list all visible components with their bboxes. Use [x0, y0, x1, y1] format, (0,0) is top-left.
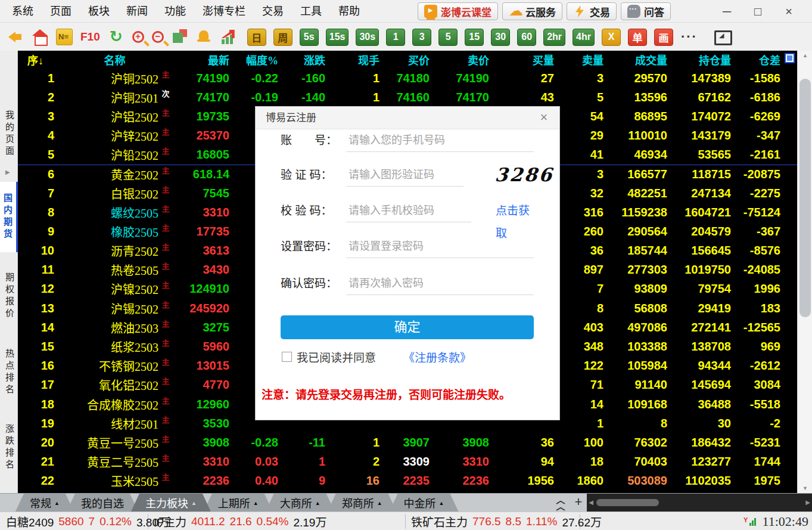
period-button-15[interactable]: 15 [465, 29, 484, 46]
zoom-in-icon[interactable] [132, 31, 144, 43]
collapse-tabs-icon[interactable]: ︿︿ [553, 495, 568, 510]
submit-button[interactable]: 确定 [281, 315, 534, 339]
value-cell: 166577 [606, 168, 670, 181]
text-input[interactable]: 请输入图形验证码 [346, 164, 463, 187]
period-button-单[interactable]: 单 [628, 29, 647, 46]
menu-item[interactable]: 功能 [156, 1, 194, 22]
tab-上期所[interactable]: 上期所▲ [204, 494, 273, 512]
tab-我的自选[interactable]: 我的自选 [67, 494, 138, 512]
scroll-up-icon[interactable]: ▲ [798, 51, 812, 60]
add-tab-icon[interactable]: + [571, 494, 586, 512]
value-cell: -75124 [734, 206, 783, 219]
news-icon[interactable] [56, 29, 73, 45]
period-button-周[interactable]: 周 [273, 29, 293, 46]
period-button-2hr[interactable]: 2hr [543, 29, 565, 46]
zoom-out-icon[interactable] [152, 31, 164, 43]
close-icon[interactable]: × [534, 107, 553, 129]
menu-item[interactable]: 交易 [254, 1, 292, 22]
sidebar-item-我的页面[interactable]: 我的页面 [0, 104, 18, 164]
minimize-button[interactable]: ─ [719, 0, 735, 23]
agree-checkbox[interactable] [282, 352, 292, 362]
column-header-卖价[interactable]: 卖价 [433, 52, 492, 67]
menu-item[interactable]: 页面 [42, 1, 80, 22]
agree-row: 我已阅读并同意 《注册条款》 [282, 349, 471, 365]
period-button-15s[interactable]: 15s [326, 29, 349, 46]
sidebar-item-期权报价[interactable]: 期权报价 [0, 263, 18, 330]
column-header-卖量[interactable]: 卖量 [557, 52, 606, 67]
period-button-30s[interactable]: 30s [356, 29, 379, 46]
menu-item[interactable]: 系统 [4, 1, 42, 22]
more-button[interactable]: ··· [681, 31, 698, 43]
horizontal-scrollbar[interactable]: ◀ ▶ [587, 494, 812, 512]
sidebar-item-国内期货[interactable]: 国内期货 [0, 182, 18, 252]
back-icon[interactable] [7, 29, 24, 45]
text-input[interactable]: 请输入手机校验码 [346, 200, 471, 222]
column-header-幅度%[interactable]: 幅度% [232, 52, 281, 67]
hscroll-right-icon[interactable]: ▶ [804, 494, 812, 512]
maximize-button[interactable]: □ [750, 0, 766, 23]
column-header-持仓量[interactable]: 持仓量 [670, 52, 734, 67]
menu-item[interactable]: 板块 [80, 1, 118, 22]
tab-郑商所[interactable]: 郑商所▲ [328, 494, 397, 512]
status-quote-red: 1.11% [526, 515, 557, 528]
period-button-30[interactable]: 30 [491, 29, 510, 46]
refresh-icon[interactable]: ↻ [108, 29, 125, 45]
tab-常规[interactable]: 常规▲ [15, 494, 74, 512]
menu-item[interactable]: 新闻 [118, 1, 156, 22]
column-header-序↓[interactable]: 序↓ [18, 52, 60, 67]
period-button-5[interactable]: 5 [438, 29, 458, 46]
column-header-买量[interactable]: 买量 [492, 52, 557, 67]
column-header-现手[interactable]: 现手 [328, 52, 382, 67]
menu-item[interactable]: 帮助 [330, 1, 368, 22]
text-input[interactable]: 请输入您的手机号码 [346, 129, 534, 152]
table-row[interactable]: 22玉米2505主22360.4091622352236195618605030… [18, 472, 797, 491]
period-button-5s[interactable]: 5s [300, 29, 319, 46]
period-button-3[interactable]: 3 [412, 29, 431, 46]
titlebar-button-cloud-service[interactable]: ☁云服务 [502, 2, 562, 20]
captcha-image[interactable]: 3286 [489, 162, 559, 188]
titlebar-button-qa[interactable]: 问答 [621, 2, 671, 20]
board-icon[interactable] [172, 29, 188, 45]
period-button-60[interactable]: 60 [517, 29, 536, 46]
period-button-1[interactable]: 1 [386, 29, 405, 46]
terms-link[interactable]: 《注册条款》 [403, 349, 471, 365]
column-header-仓差[interactable]: 仓差 [734, 52, 783, 67]
table-row[interactable]: 20黄豆一号2505主3908-0.28-1113907390836100763… [18, 433, 797, 452]
tab-中金所[interactable]: 中金所▲ [390, 494, 459, 512]
period-button-4hr[interactable]: 4hr [573, 29, 595, 46]
hscrollbar-thumb[interactable] [596, 499, 659, 506]
period-button-画[interactable]: 画 [654, 29, 673, 46]
sidebar-expand-icon[interactable]: ▶ [5, 169, 10, 175]
text-input[interactable]: 请再次输入密码 [346, 272, 534, 295]
sidebar-item-热点排名[interactable]: 热点排名 [0, 340, 18, 405]
trend-chart-icon[interactable] [220, 29, 237, 45]
column-config-icon[interactable] [785, 53, 795, 63]
sidebar-item-涨跌排名[interactable]: 涨跌排名 [0, 416, 18, 480]
screen-switch-icon[interactable] [714, 29, 730, 45]
menu-item[interactable]: 工具 [292, 1, 330, 22]
period-button-日[interactable]: 日 [247, 29, 266, 46]
column-header-买价[interactable]: 买价 [382, 52, 433, 67]
hscroll-left-icon[interactable]: ◀ [587, 494, 595, 512]
titlebar-button-trade[interactable]: 交易 [567, 2, 617, 20]
text-input[interactable]: 请设置登录密码 [346, 235, 534, 258]
table-row[interactable]: 1沪铜2502主74190-0.22-160174180741902732957… [18, 69, 797, 88]
scroll-down-icon[interactable]: ▼ [798, 483, 812, 493]
close-button[interactable]: × [781, 0, 797, 23]
menu-item[interactable]: 澎博专栏 [194, 1, 254, 22]
column-header-成交量[interactable]: 成交量 [606, 52, 670, 67]
home-icon[interactable] [32, 29, 48, 45]
table-row[interactable]: 2沪铜2501次74170-0.19-140174160741704351359… [18, 88, 797, 107]
scrollbar-thumb[interactable] [799, 79, 811, 317]
column-header-最新[interactable]: 最新 [173, 52, 232, 67]
bell-icon[interactable] [196, 29, 213, 45]
table-row[interactable]: 21黄豆二号2505主33100.03123309331094187040312… [18, 452, 797, 471]
column-header-涨跌[interactable]: 涨跌 [281, 52, 328, 67]
titlebar-button-cloud-class[interactable]: 澎博云课堂 [418, 2, 498, 20]
period-button-X[interactable]: X [602, 29, 621, 46]
tab-主力板块[interactable]: 主力板块▲ [131, 494, 211, 512]
column-header-名称[interactable]: 名称 [60, 52, 173, 67]
vertical-scrollbar[interactable]: ▲ ▼ [797, 51, 812, 493]
f10-button[interactable]: F10 [80, 30, 100, 44]
tab-大商所[interactable]: 大商所▲ [266, 494, 335, 512]
